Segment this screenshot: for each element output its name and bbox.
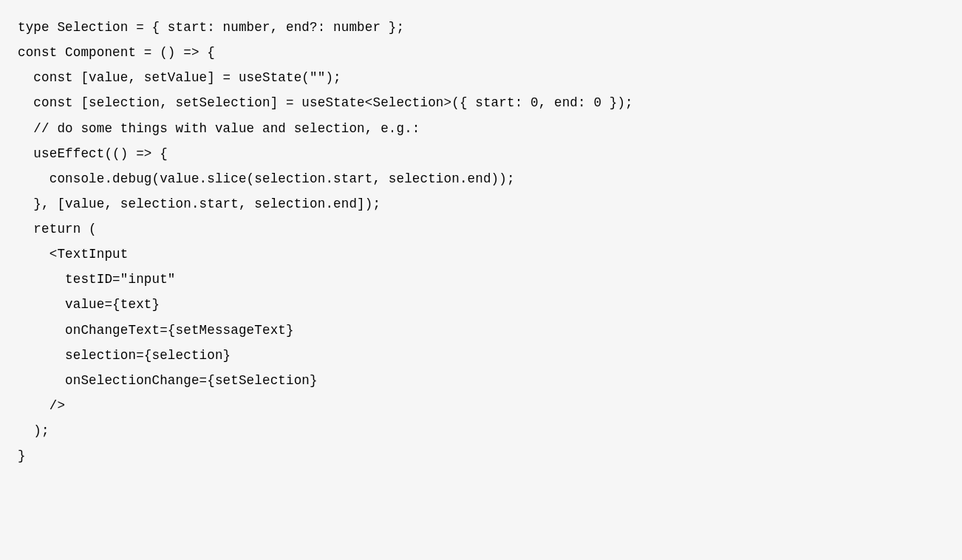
code-line: const Component = () => { bbox=[18, 40, 944, 65]
code-line: onSelectionChange={setSelection} bbox=[18, 368, 944, 393]
code-line: onChangeText={setMessageText} bbox=[18, 318, 944, 343]
code-line: <TextInput bbox=[18, 242, 944, 267]
code-line: } bbox=[18, 443, 944, 468]
code-block: type Selection = { start: number, end?: … bbox=[18, 15, 944, 468]
code-line: type Selection = { start: number, end?: … bbox=[18, 15, 944, 40]
code-line: console.debug(value.slice(selection.star… bbox=[18, 166, 944, 191]
code-line: selection={selection} bbox=[18, 343, 944, 368]
code-line: ); bbox=[18, 418, 944, 443]
code-line: }, [value, selection.start, selection.en… bbox=[18, 191, 944, 216]
code-line: const [value, setValue] = useState(""); bbox=[18, 65, 944, 90]
code-line: testID="input" bbox=[18, 267, 944, 292]
code-line: /> bbox=[18, 393, 944, 418]
code-line: value={text} bbox=[18, 292, 944, 317]
code-line: useEffect(() => { bbox=[18, 141, 944, 166]
code-line: const [selection, setSelection] = useSta… bbox=[18, 90, 944, 115]
code-line: // do some things with value and selecti… bbox=[18, 116, 944, 141]
code-line: return ( bbox=[18, 216, 944, 242]
